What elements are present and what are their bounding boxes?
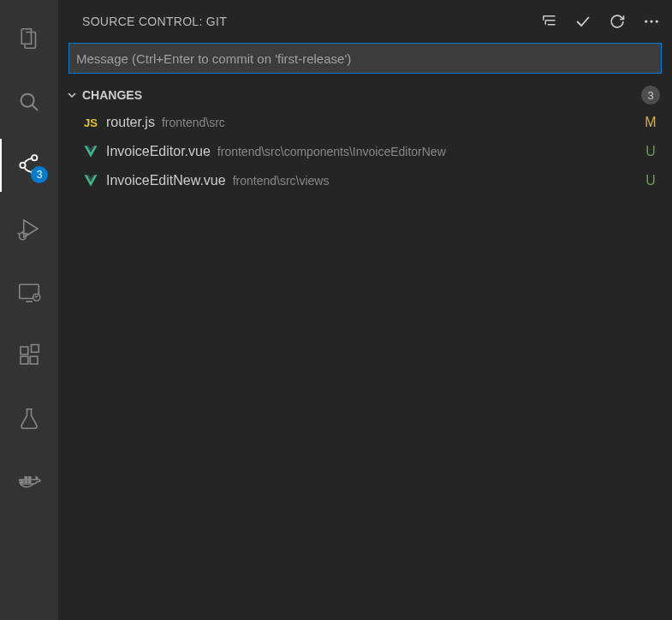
svg-rect-13 — [21, 356, 28, 364]
source-control-sidebar: SOURCE CONTROL: GIT — [58, 0, 672, 620]
svg-line-1 — [33, 105, 38, 110]
files-icon — [16, 26, 42, 51]
scm-badge: 3 — [31, 166, 48, 183]
extensions-icon — [16, 343, 42, 368]
svg-point-2 — [32, 155, 37, 160]
more-actions-button[interactable] — [641, 11, 662, 32]
vue-file-icon — [82, 173, 99, 188]
header-actions — [538, 11, 662, 32]
activity-explorer[interactable] — [0, 12, 58, 65]
ellipsis-icon — [643, 13, 660, 30]
changed-files-list: JS router.js frontend\src M InvoiceEdito… — [58, 108, 672, 195]
refresh-button[interactable] — [607, 11, 627, 32]
tree-icon — [540, 13, 557, 30]
commit-input-wrap — [58, 43, 672, 82]
file-path: frontend\src — [162, 116, 636, 129]
file-row[interactable]: InvoiceEditNew.vue frontend\src\views U — [58, 166, 672, 195]
activity-source-control[interactable]: 3 — [0, 139, 58, 192]
activity-run-debug[interactable] — [0, 202, 58, 255]
svg-rect-12 — [21, 347, 28, 355]
view-tree-button[interactable] — [538, 11, 559, 32]
commit-button[interactable] — [573, 11, 593, 32]
activity-search[interactable] — [0, 75, 58, 128]
svg-rect-15 — [32, 345, 39, 353]
svg-rect-16 — [21, 480, 24, 484]
activity-docker[interactable] — [0, 456, 58, 509]
commit-message-input[interactable] — [68, 43, 662, 74]
file-row[interactable]: InvoiceEditor.vue frontend\src\component… — [58, 137, 672, 166]
activity-extensions[interactable] — [0, 329, 58, 382]
debug-icon — [16, 216, 42, 241]
sidebar-header: SOURCE CONTROL: GIT — [58, 0, 672, 43]
svg-point-0 — [21, 94, 34, 107]
file-row[interactable]: JS router.js frontend\src M — [58, 108, 672, 137]
svg-point-28 — [656, 20, 658, 22]
svg-rect-14 — [30, 356, 38, 364]
file-name: InvoiceEditor.vue — [106, 144, 211, 159]
file-name: InvoiceEditNew.vue — [106, 173, 226, 188]
svg-rect-18 — [28, 480, 32, 484]
chevron-down-icon — [63, 86, 80, 104]
changes-label: CHANGES — [82, 88, 639, 102]
file-name: router.js — [106, 115, 155, 130]
changes-section-header[interactable]: CHANGES 3 — [58, 82, 672, 108]
svg-rect-17 — [24, 480, 27, 484]
svg-point-27 — [650, 20, 652, 22]
sidebar-title: SOURCE CONTROL: GIT — [82, 15, 227, 28]
file-path: frontend\src\components\InvoiceEditorNew — [217, 145, 636, 158]
file-path: frontend\src\views — [233, 174, 636, 188]
vue-file-icon — [82, 144, 99, 159]
status-untracked: U — [643, 173, 658, 188]
check-icon — [574, 13, 592, 30]
changes-count: 3 — [641, 86, 660, 104]
svg-point-26 — [645, 20, 647, 22]
activity-bar: 3 — [0, 0, 58, 620]
docker-icon — [16, 469, 42, 495]
svg-point-3 — [20, 163, 25, 168]
status-modified: M — [643, 115, 658, 130]
svg-line-7 — [18, 233, 20, 235]
refresh-icon — [609, 13, 626, 30]
activity-remote[interactable] — [0, 265, 58, 319]
js-file-icon: JS — [82, 116, 99, 129]
beaker-icon — [16, 406, 42, 432]
status-untracked: U — [643, 144, 658, 159]
activity-testing[interactable] — [0, 392, 58, 445]
search-icon — [16, 89, 42, 115]
remote-icon — [16, 279, 42, 305]
